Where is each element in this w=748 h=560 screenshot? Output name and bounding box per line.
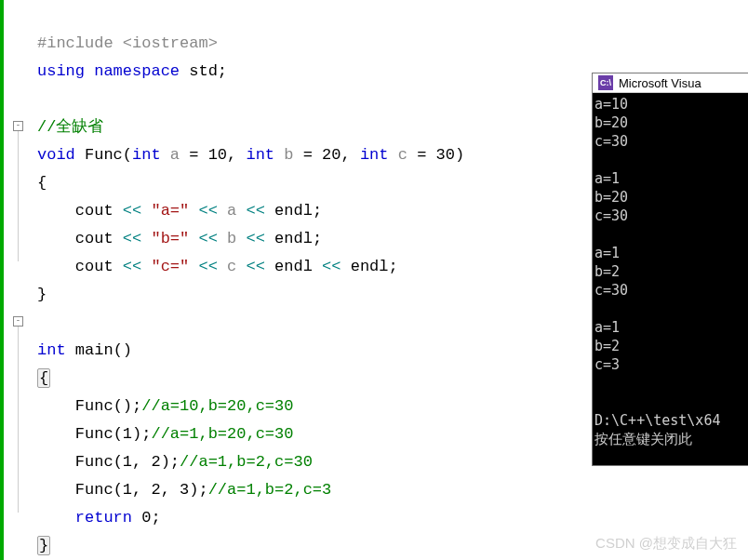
- console-output[interactable]: a=10 b=20 c=30 a=1 b=20 c=30 a=1 b=2 c=3…: [593, 93, 748, 465]
- fold-line-main: [18, 327, 19, 513]
- keyword-void: void: [37, 146, 75, 164]
- comment: //a=10,b=20,c=30: [141, 397, 293, 415]
- keyword-using: using: [37, 62, 85, 80]
- brace-open-matched: {: [37, 368, 50, 388]
- keyword-return: return: [75, 509, 132, 527]
- console-window[interactable]: C:\ Microsoft Visua a=10 b=20 c=30 a=1 b…: [592, 73, 748, 466]
- brace-open: {: [37, 174, 47, 192]
- fold-gutter[interactable]: - -: [4, 0, 37, 560]
- identifier-std: std: [189, 62, 218, 80]
- comment: //a=1,b=2,c=30: [180, 453, 313, 471]
- fold-line-func: [18, 131, 19, 261]
- comment: //a=1,b=20,c=30: [151, 425, 293, 443]
- func-name: Func: [85, 146, 123, 164]
- fold-toggle-main[interactable]: -: [13, 316, 23, 327]
- vs-icon: C:\: [598, 75, 613, 90]
- keyword-namespace: namespace: [94, 62, 180, 80]
- console-titlebar[interactable]: C:\ Microsoft Visua: [593, 73, 748, 93]
- func-main: main: [75, 341, 114, 359]
- console-title: Microsoft Visua: [619, 76, 701, 90]
- keyword-int: int: [37, 341, 66, 359]
- brace-close-matched: }: [37, 536, 50, 555]
- comment: //全缺省: [37, 118, 103, 136]
- fold-toggle-func[interactable]: -: [13, 121, 23, 131]
- comment: //a=1,b=2,c=3: [208, 481, 332, 499]
- preprocessor: #include <iostream>: [37, 34, 218, 52]
- brace-close: }: [37, 286, 47, 303]
